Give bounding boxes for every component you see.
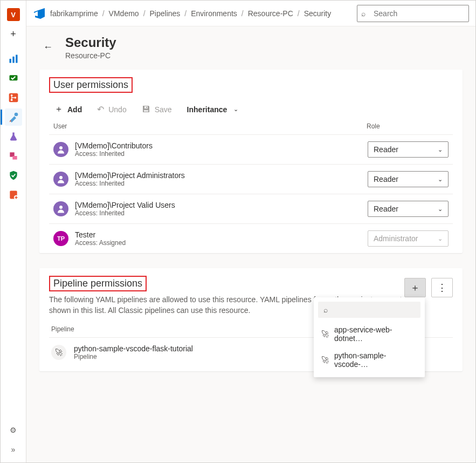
nav-project-tile[interactable]: V — [5, 6, 22, 23]
svg-rect-2 — [16, 55, 17, 63]
nav-repos[interactable] — [5, 89, 22, 106]
nav-boards[interactable] — [5, 50, 22, 67]
shield-icon — [8, 170, 19, 181]
group-avatar-icon — [53, 172, 68, 187]
plus-icon: + — [10, 29, 16, 40]
chevron-down-icon: ⌄ — [438, 176, 443, 183]
save-button[interactable]: 💾︎Save — [142, 105, 172, 114]
group-avatar-icon — [53, 142, 68, 157]
pipeline-permissions-card: Pipeline permissions The following YAML … — [39, 268, 463, 371]
svg-point-13 — [59, 146, 63, 149]
nav-settings[interactable]: ⚙ — [5, 421, 22, 439]
boards-icon — [8, 53, 19, 64]
user-permission-row[interactable]: TPTesterAccess: AssignedAdministrator⌄ — [49, 223, 453, 253]
crumb-4[interactable]: Resource-PC — [248, 9, 293, 18]
project-tile-icon: V — [7, 8, 20, 21]
svg-point-5 — [10, 94, 12, 97]
permission-name: [VMdemo]\Project Administrators — [75, 171, 368, 180]
user-permission-row[interactable]: [VMdemo]\Project AdministratorsAccess: I… — [49, 164, 453, 194]
permission-name: Tester — [75, 230, 368, 239]
permission-name: [VMdemo]\Project Valid Users — [75, 201, 368, 209]
svg-rect-1 — [12, 57, 14, 63]
gear-icon: ⚙ — [10, 426, 17, 434]
nav-collapse[interactable]: » — [5, 441, 22, 458]
add-button[interactable]: ＋Add — [54, 104, 82, 115]
role-dropdown[interactable]: Reader⌄ — [368, 201, 449, 217]
nav-artifacts[interactable] — [5, 147, 22, 165]
user-avatar-icon: TP — [53, 231, 68, 246]
permission-access: Access: Inherited — [75, 180, 368, 187]
breadcrumb: fabrikamprime/ VMdemo/ Pipelines/ Enviro… — [50, 9, 331, 18]
svg-point-7 — [14, 97, 16, 99]
undo-button[interactable]: ↶Undo — [97, 104, 126, 114]
permission-access: Access: Inherited — [75, 209, 368, 217]
chevrons-icon: » — [11, 445, 16, 454]
pipelines-icon — [8, 112, 19, 122]
svg-point-15 — [59, 206, 63, 209]
chevron-down-icon: ⌄ — [438, 146, 443, 153]
nav-add-button[interactable]: + — [5, 25, 22, 43]
pipeline-permissions-title: Pipeline permissions — [49, 276, 147, 291]
user-permission-row[interactable]: [VMdemo]\Project Valid UsersAccess: Inhe… — [49, 194, 453, 223]
svg-point-8 — [14, 113, 18, 117]
tests-icon — [8, 73, 19, 84]
add-pipeline-button[interactable]: ＋ — [404, 278, 426, 297]
rocket-icon: 🚀︎ — [321, 330, 329, 338]
wiki-icon — [8, 189, 19, 200]
user-permission-row[interactable]: [VMdemo]\ContributorsAccess: InheritedRe… — [49, 134, 453, 164]
crumb-2[interactable]: Pipelines — [150, 9, 181, 18]
rocket-icon: 🚀︎ — [51, 345, 66, 360]
pipeline-picker-item[interactable]: 🚀︎python-sample-vscode-… — [318, 347, 420, 373]
nav-wiki[interactable] — [5, 186, 22, 203]
pipeline-name: python-sample-vscode-flask-tutorial — [74, 344, 193, 353]
chevron-down-icon: ⌄ — [438, 235, 443, 242]
permission-access: Access: Assigned — [75, 239, 368, 247]
rocket-icon: 🚀︎ — [321, 356, 329, 364]
svg-point-14 — [59, 176, 63, 179]
back-button[interactable]: ← — [39, 38, 57, 56]
search-input[interactable] — [357, 5, 469, 22]
flask-icon — [8, 131, 19, 142]
page-subtitle: Resource-PC — [65, 51, 116, 60]
nav-compliance[interactable] — [5, 167, 22, 184]
arrow-left-icon: ← — [43, 42, 53, 53]
repos-icon — [8, 92, 19, 103]
page-title: Security — [65, 35, 116, 50]
pipeline-picker-search[interactable]: ⌕ — [318, 302, 420, 318]
permission-name: [VMdemo]\Contributors — [75, 141, 368, 150]
svg-point-6 — [10, 99, 12, 101]
col-header-user: User — [53, 122, 367, 130]
undo-icon: ↶ — [97, 104, 104, 114]
crumb-1[interactable]: VMdemo — [109, 9, 139, 18]
inheritance-dropdown[interactable]: Inheritance⌄ — [187, 105, 239, 114]
role-dropdown[interactable]: Reader⌄ — [368, 171, 449, 187]
pipeline-sub: Pipeline — [74, 353, 193, 360]
plus-icon: ＋ — [410, 281, 420, 294]
crumb-3[interactable]: Environments — [191, 9, 237, 18]
save-icon: 💾︎ — [142, 105, 150, 114]
group-avatar-icon — [53, 201, 68, 216]
permission-access: Access: Inherited — [75, 150, 368, 158]
crumb-5[interactable]: Security — [304, 9, 332, 18]
nav-test-plans[interactable] — [5, 128, 22, 145]
role-dropdown[interactable]: Reader⌄ — [368, 141, 449, 158]
more-icon: ⋮ — [437, 282, 447, 294]
svg-rect-10 — [12, 156, 17, 160]
role-dropdown: Administrator⌄ — [368, 230, 449, 247]
chevron-down-icon: ⌄ — [233, 106, 238, 113]
user-permissions-title: User permissions — [49, 77, 133, 93]
nav-pipelines[interactable] — [5, 108, 22, 126]
more-options-button[interactable]: ⋮ — [431, 278, 453, 297]
pipeline-picker-item[interactable]: 🚀︎app-service-web-dotnet… — [318, 321, 420, 347]
plus-icon: ＋ — [54, 104, 63, 115]
nav-tests[interactable] — [5, 70, 22, 87]
search-icon: ⌕ — [361, 9, 365, 18]
artifacts-icon — [8, 151, 19, 161]
user-permissions-card: User permissions ＋Add ↶Undo 💾︎Save Inher… — [39, 70, 463, 253]
col-header-role: Role — [367, 122, 453, 130]
svg-rect-0 — [9, 59, 11, 63]
crumb-0[interactable]: fabrikamprime — [50, 9, 98, 18]
chevron-down-icon: ⌄ — [438, 206, 443, 213]
azure-devops-logo-icon — [33, 7, 46, 20]
search-icon: ⌕ — [323, 305, 328, 314]
